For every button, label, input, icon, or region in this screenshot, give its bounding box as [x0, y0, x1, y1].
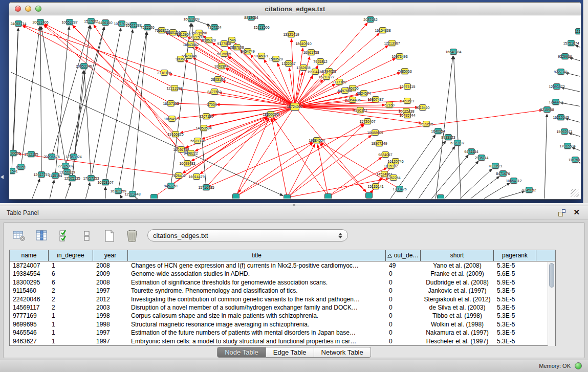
graph-node[interactable]	[396, 53, 403, 59]
graph-node[interactable]	[187, 41, 194, 48]
graph-node[interactable]	[557, 114, 564, 120]
zoom-window-button[interactable]	[35, 6, 41, 12]
graph-node[interactable]	[419, 104, 426, 111]
graph-node[interactable]	[404, 83, 411, 90]
table-cell[interactable]: 5.3E-5	[494, 287, 536, 295]
table-cell[interactable]: 0	[386, 320, 421, 329]
graph-node[interactable]	[211, 24, 218, 30]
table-cell[interactable]: 1997	[93, 337, 128, 345]
graph-node[interactable]	[52, 172, 59, 179]
graph-node[interactable]	[379, 27, 386, 33]
graph-node[interactable]	[386, 102, 393, 108]
table-cell[interactable]: 2009	[93, 270, 128, 278]
graph-node[interactable]	[561, 128, 568, 135]
graph-node[interactable]	[187, 150, 194, 156]
graph-node[interactable]	[169, 29, 177, 35]
network-window-titlebar[interactable]: citations_edges.txt	[9, 3, 581, 15]
graph-node[interactable]	[150, 194, 158, 199]
table-cell[interactable]: Wolkin et al. (1998)	[421, 320, 494, 329]
graph-node[interactable]	[218, 63, 225, 69]
table-cell[interactable]: 19384554	[10, 270, 49, 278]
graph-node[interactable]	[168, 116, 176, 122]
graph-node[interactable]	[468, 148, 475, 155]
vertical-scrollbar[interactable]	[548, 262, 555, 346]
graph-node[interactable]	[285, 60, 292, 67]
table-cell[interactable]: Investigating the contribution of common…	[128, 295, 386, 303]
graph-node[interactable]	[434, 128, 442, 134]
graph-node[interactable]	[232, 193, 239, 199]
graph-node[interactable]	[158, 27, 165, 33]
graph-node[interactable]	[115, 188, 122, 194]
table-cell[interactable]: 5.3E-5	[494, 312, 536, 320]
table-cell[interactable]: 2012	[93, 295, 128, 303]
graph-node[interactable]	[180, 31, 187, 37]
table-cell[interactable]: 1998	[93, 312, 128, 320]
close-window-button[interactable]	[15, 6, 21, 12]
graph-node[interactable]	[80, 63, 88, 69]
graph-node[interactable]	[205, 37, 212, 43]
table-row[interactable]: 1456911722003Disruption of a novel membe…	[10, 303, 555, 312]
table-cell[interactable]: Disruption of a novel member of a sodium…	[128, 303, 386, 312]
graph-node[interactable]	[185, 53, 192, 59]
graph-node[interactable]	[258, 53, 265, 59]
graph-node[interactable]	[193, 34, 200, 40]
graph-node[interactable]	[208, 101, 215, 107]
graph-node[interactable]	[130, 22, 137, 28]
column-header-year[interactable]: year	[93, 250, 128, 261]
graph-node[interactable]	[102, 19, 109, 26]
table-cell[interactable]: 0	[386, 278, 421, 287]
graph-node[interactable]	[267, 111, 274, 117]
graph-node[interactable]	[423, 121, 430, 127]
table-cell[interactable]: Nakamura et al. (1997)	[421, 329, 494, 337]
graph-node[interactable]	[575, 28, 580, 34]
graph-node[interactable]	[194, 138, 201, 144]
graph-node[interactable]	[290, 103, 299, 111]
graph-node[interactable]	[203, 184, 210, 190]
table-row[interactable]: 977716911998Corpus callosum shape and si…	[10, 312, 555, 320]
table-cell[interactable]: Embryonic stem cells: a model to study s…	[128, 337, 386, 345]
graph-node[interactable]	[203, 113, 210, 119]
table-cell[interactable]: 1	[49, 329, 93, 337]
table-cell[interactable]: 0	[386, 295, 421, 303]
graph-node[interactable]	[510, 178, 517, 184]
table-row[interactable]: 2242004622012Investigating the contribut…	[10, 295, 555, 303]
table-cell[interactable]: 9465546	[10, 329, 49, 337]
graph-node[interactable]	[349, 85, 356, 91]
table-row[interactable]: 911546021997Tourette syndrome. Phenomeno…	[10, 287, 555, 295]
graph-node[interactable]	[572, 157, 579, 163]
graph-node[interactable]	[184, 160, 191, 166]
table-cell[interactable]: Franke et al. (2009)	[421, 270, 494, 278]
table-row[interactable]: 1872400712008Changes of HCN gene express…	[10, 261, 555, 270]
graph-node[interactable]	[175, 172, 182, 179]
table-cell[interactable]: 9777169	[10, 312, 49, 320]
table-cell[interactable]: Dudbridge et al. (2008)	[421, 278, 494, 287]
graph-node[interactable]	[561, 53, 569, 59]
graph-node[interactable]	[48, 154, 55, 160]
table-cell[interactable]: 1	[49, 337, 93, 345]
graph-node[interactable]	[211, 89, 218, 95]
table-cell[interactable]: Estimation of significance thresholds fo…	[128, 278, 386, 287]
graph-node[interactable]	[364, 118, 371, 124]
table-cell[interactable]: Structural magnetic resonance image aver…	[128, 320, 386, 329]
minimize-window-button[interactable]	[25, 6, 31, 12]
table-cell[interactable]: 2003	[93, 303, 128, 312]
table-cell[interactable]: 1	[49, 261, 93, 270]
table-cell[interactable]: 5.9E-5	[494, 278, 536, 287]
table-cell[interactable]: 1997	[93, 287, 128, 295]
show-column-icon[interactable]	[34, 228, 50, 244]
graph-node[interactable]	[357, 107, 364, 113]
graph-node[interactable]	[454, 140, 461, 146]
graph-node[interactable]	[221, 40, 228, 47]
table-cell[interactable]: 0	[386, 337, 421, 345]
graph-node[interactable]	[387, 163, 395, 169]
table-cell[interactable]: 9115460	[10, 287, 49, 295]
graph-node[interactable]	[178, 146, 185, 152]
table-cell[interactable]: 1997	[93, 329, 128, 337]
graph-node[interactable]	[445, 134, 452, 140]
graph-node[interactable]	[167, 100, 175, 106]
graph-node[interactable]	[552, 99, 559, 105]
tab-node-table[interactable]: Node Table	[217, 347, 266, 358]
table-cell[interactable]: 0	[386, 270, 421, 278]
graph-node[interactable]	[557, 69, 564, 75]
table-row[interactable]: 969969511998Structural magnetic resonanc…	[10, 320, 555, 329]
